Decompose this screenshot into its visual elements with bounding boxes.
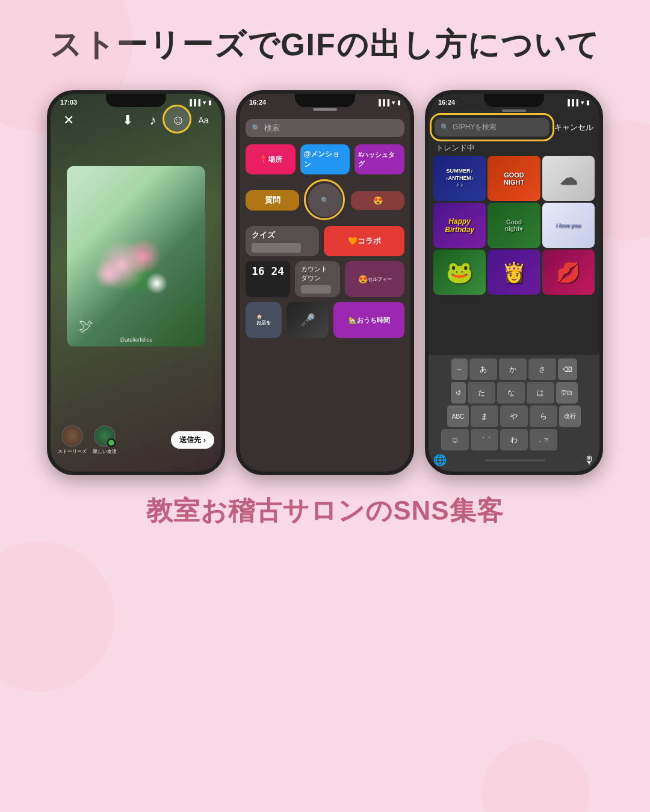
phone-2-screen: 16:24 ▐▐▐ ▾ ▮ 🔍 検索 📍場所 @メンション [240,94,410,472]
gif-cloud[interactable]: ☁ [542,156,595,201]
sticker-countdown-time[interactable]: 16 24 [246,261,290,297]
kb-key-wa[interactable]: わ [500,429,528,451]
kb-key-a[interactable]: あ [469,358,497,380]
phone-1-status-icons: ▐▐▐ ▾ ▮ [188,99,212,106]
gif-circle-highlight [304,179,345,220]
avatar-friends: 親しい友達 [93,425,117,455]
wifi-icon: ▾ [203,99,206,106]
gif-princess[interactable]: 👸 [488,250,540,295]
sticker-selfie[interactable]: 😍セルフィー [345,261,404,297]
sticker-home[interactable]: 🏡おうち時間 [333,302,404,338]
kb-return-key[interactable]: 改行 [559,405,581,427]
kb-space-key[interactable]: 空白 [556,382,578,404]
bottom-text: 教室お稽古サロンのSNS集客 [0,475,650,529]
gif-cancel-button[interactable]: キャンセル [554,122,593,133]
battery-icon-2: ▮ [397,99,401,106]
search-icon: 🔍 [252,124,261,132]
trending-label: トレンド中 [429,140,599,156]
sticker-giphy[interactable]: 🎤 [286,302,329,338]
gif-summer[interactable]: SUMMER♪♪ANTHEM♪♪ ♪ [433,156,486,201]
kb-mic-icon[interactable]: 🎙 [584,454,595,467]
sticker-row-2: 質問 🔍 😍 [246,179,404,221]
sticker-countdown-wrapper: カウントダウン [295,261,340,297]
send-button[interactable]: 送信先 › [171,431,214,449]
atelier-watermark: @atelierfelice [67,334,205,343]
gif-frog[interactable]: 🐸 [433,250,486,295]
kb-key-sa[interactable]: さ [528,358,556,380]
phone-1-screen: 17:03 ▐▐▐ ▾ ▮ ✕ ⬇ ♪ ☺ Aa [51,94,221,472]
battery-icon-3: ▮ [586,99,590,106]
music-icon[interactable]: ♪ [143,111,162,130]
gif-search-placeholder: GIPHYを検索 [453,122,497,132]
sticker-search-bar[interactable]: 🔍 検索 [246,119,404,137]
phone-2-notch [295,94,355,107]
kb-key-ra[interactable]: ら [530,405,557,427]
kb-emoji-key[interactable]: ☺ [441,429,469,451]
text-icon[interactable]: Aa [194,111,213,130]
kb-backspace-key[interactable]: ⌫ [558,358,577,380]
kb-abc-key[interactable]: ABC [447,405,469,427]
sticker-countdown[interactable]: カウントダウン [295,261,340,297]
sticker-quiz[interactable]: クイズ [246,226,319,256]
sticker-mention[interactable]: @メンション [300,144,350,174]
kb-row-4: ☺ ゛゜ わ 。?! [431,429,597,451]
kb-key-ta[interactable]: た [468,382,495,404]
sticker-search-placeholder: 検索 [264,123,280,134]
gif-search-input-wrapper: 🔍 GIPHYを検索 [435,118,549,137]
friends-label: 親しい友達 [93,448,117,455]
kb-undo-key[interactable]: ↺ [451,382,466,404]
kb-globe-icon[interactable]: 🌐 [433,454,447,467]
sticker-row-3: クイズ 🧡コラボ [246,226,404,256]
kb-row-3: ABC ま や ら 改行 [431,405,597,427]
kb-row-1: → あ か さ ⌫ [431,358,597,380]
toolbar-icons-right: ⬇ ♪ ☺ Aa [118,111,213,130]
sticker-hashtag[interactable]: #ハッシュタグ [354,144,404,174]
kb-home-indicator [485,460,545,461]
sticker-icon-highlight [162,105,191,134]
wifi-icon-3: ▾ [581,99,584,106]
phone-1: 17:03 ▐▐▐ ▾ ▮ ✕ ⬇ ♪ ☺ Aa [47,90,225,475]
phone-1-time: 17:03 [60,99,77,106]
gif-goodnight-2[interactable]: Goodnight♥ [488,203,540,248]
gif-goodnight-1[interactable]: GOODNIGHT [488,156,540,201]
sticker-menu: 🔍 検索 📍場所 @メンション #ハッシュタグ 質問 🔍 [240,114,410,348]
sticker-question[interactable]: 質問 [246,190,299,211]
kb-key-ka[interactable]: か [499,358,527,380]
phone-3-status-icons: ▐▐▐ ▾ ▮ [566,99,590,106]
sticker-location[interactable]: 📍場所 [246,144,296,174]
close-button[interactable]: ✕ [59,111,78,130]
kb-row-2: ↺ た な は 空白 [431,382,597,404]
kb-key-dakuten[interactable]: ゛゜ [471,429,498,451]
gif-birthday[interactable]: HappyBirthday [433,203,486,248]
phone-3-notch [484,94,544,107]
sticker-row-4: 16 24 カウントダウン 😍セルフィー [246,261,404,297]
drag-handle [313,108,337,111]
sticker-collab[interactable]: 🧡コラボ [324,226,404,256]
kb-key-ya[interactable]: や [500,405,528,427]
keyboard: → あ か さ ⌫ ↺ た な は 空白 ABC ま [429,355,599,472]
send-label: 送信先 [179,435,201,445]
bird-sticker: 🕊 [79,318,93,334]
drag-handle-3 [502,109,526,112]
kb-key-ha[interactable]: は [527,382,554,404]
sticker-emoji[interactable]: 😍 [351,191,404,210]
download-icon[interactable]: ⬇ [118,111,137,130]
phone-2-time: 16:24 [249,99,266,106]
avatar-1 [61,425,83,447]
phones-row: 17:03 ▐▐▐ ▾ ▮ ✕ ⬇ ♪ ☺ Aa [0,90,650,475]
kb-arrow-key[interactable]: → [451,358,468,380]
signal-icon: ▐▐▐ [188,99,200,106]
sticker-shop[interactable]: 🏠お店を [246,302,282,338]
gif-button-wrapper: 🔍 [304,179,346,221]
avatar-stories: ストーリーズ [58,425,87,455]
phone-1-bottom: ストーリーズ 親しい友達 送信先 › [51,425,221,455]
search-icon-3: 🔍 [441,123,449,131]
story-image: @atelierfelice 🕊 [67,166,205,346]
gif-loveyou[interactable]: i love you [542,203,595,248]
kb-key-punct[interactable]: 。?! [530,429,557,451]
kb-key-na[interactable]: な [497,382,525,404]
green-dot-indicator [107,438,116,447]
phone-3: 16:24 ▐▐▐ ▾ ▮ 🔍 GIPHYを検索 キャンセル [425,90,603,475]
gif-lips[interactable]: 💋 [542,250,595,295]
kb-key-ma[interactable]: ま [471,405,498,427]
